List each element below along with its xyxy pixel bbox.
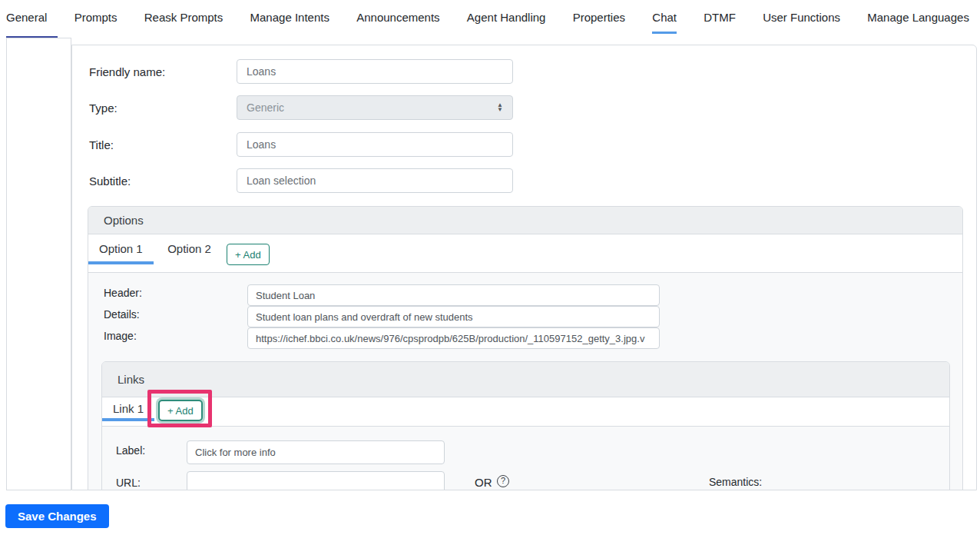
left-subnav-panel [6, 38, 71, 490]
tab-announcements[interactable]: Announcements [356, 11, 439, 34]
links-panel: Links Link 1 + Add Label: URL: OR ? Sema… [101, 361, 950, 490]
option-2-tab[interactable]: Option 2 [157, 234, 222, 264]
tab-manage-intents[interactable]: Manage Intents [250, 11, 329, 34]
option-details-input[interactable] [247, 306, 660, 327]
subtitle-label: Subtitle: [89, 174, 131, 188]
option-1-tab[interactable]: Option 1 [88, 234, 154, 264]
option-header-label: Header: [104, 287, 142, 299]
add-link-button[interactable]: + Add [158, 400, 203, 421]
tab-manage-languages[interactable]: Manage Languages [867, 11, 969, 34]
tab-user-functions[interactable]: User Functions [763, 11, 840, 34]
select-arrows-icon: ▲▼ [497, 103, 503, 112]
title-input[interactable] [237, 132, 513, 157]
links-panel-title: Links [102, 362, 949, 397]
option-header-input[interactable] [247, 284, 660, 306]
subtitle-input[interactable] [237, 168, 513, 193]
link-label-input[interactable] [187, 440, 445, 464]
option-image-label: Image: [104, 330, 137, 342]
tab-agent-handling[interactable]: Agent Handling [467, 11, 546, 34]
links-tab-row: Link 1 + Add [102, 397, 949, 427]
tab-properties[interactable]: Properties [573, 11, 625, 34]
semantics-label: Semantics: [709, 476, 762, 488]
tab-general[interactable]: General [6, 11, 47, 34]
option-image-input[interactable] [247, 327, 660, 349]
question-circle-icon[interactable]: ? [497, 475, 509, 487]
link-1-tab[interactable]: Link 1 [102, 397, 154, 421]
or-text: OR [475, 476, 492, 489]
chat-card-editor-panel: Friendly name: Type: Generic ▲▼ Title: S… [71, 45, 977, 490]
tab-prompts[interactable]: Prompts [74, 11, 118, 34]
link-label-label: Label: [116, 444, 145, 457]
type-select-value: Generic [247, 101, 284, 114]
chat-settings-page: General Prompts Reask Prompts Manage Int… [0, 0, 980, 535]
title-label: Title: [89, 138, 114, 151]
tab-reask-prompts[interactable]: Reask Prompts [144, 11, 223, 34]
tab-chat[interactable]: Chat [652, 11, 677, 34]
options-panel: Options Option 1 Option 2 + Add Header: … [88, 206, 963, 490]
options-tab-row: Option 1 Option 2 + Add [88, 234, 962, 273]
add-option-button[interactable]: + Add [227, 244, 270, 265]
options-panel-title: Options [88, 207, 962, 234]
type-label: Type: [89, 101, 118, 115]
friendly-name-label: Friendly name: [89, 65, 165, 78]
save-changes-button[interactable]: Save Changes [5, 504, 109, 528]
option-details-label: Details: [104, 308, 140, 321]
top-tabbar: General Prompts Reask Prompts Manage Int… [6, 11, 969, 34]
tab-dtmf[interactable]: DTMF [704, 11, 736, 34]
friendly-name-input[interactable] [237, 59, 513, 84]
link-url-input[interactable] [187, 471, 445, 490]
link-url-label: URL: [116, 477, 141, 489]
type-select[interactable]: Generic ▲▼ [237, 95, 513, 120]
